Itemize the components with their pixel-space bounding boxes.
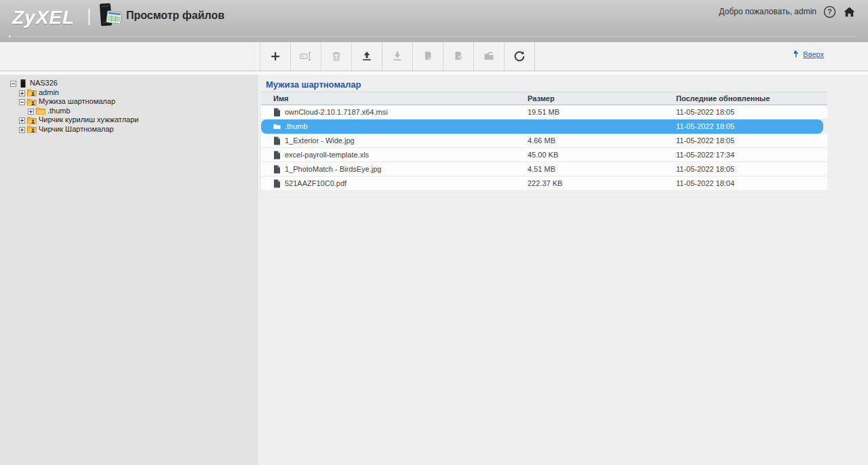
file-icon — [273, 136, 281, 145]
folder-icon — [36, 107, 45, 115]
upload-icon — [360, 50, 374, 63]
share-icon — [482, 50, 496, 63]
file-row[interactable]: 1_PhotoMatch - BirdsEye.jpg4.51 MB11-05-… — [261, 162, 827, 176]
file-name: 1_PhotoMatch - BirdsEye.jpg — [285, 165, 381, 173]
file-name: ownCloud-2.10.1.7187.x64.msi — [285, 108, 388, 116]
tree-item-label: Чирчик курилиш хужжатлари — [39, 115, 138, 124]
file-size: 4.51 MB — [528, 165, 676, 173]
file-updated: 11-05-2022 18:05 — [676, 108, 827, 116]
column-name[interactable]: Имя — [261, 94, 528, 103]
file-table: Имя Размер Последние обновленные ownClou… — [261, 92, 827, 191]
toolbar-move-button — [443, 42, 474, 71]
toolbar-copy-button — [413, 42, 443, 71]
tree-item-label: admin — [39, 88, 59, 97]
file-size: 222.37 KB — [528, 179, 676, 187]
file-row[interactable]: 1_Exterior - Wide.jpg4.66 MB11-05-2022 1… — [261, 134, 827, 148]
file-updated: 11-05-2022 18:05 — [676, 136, 827, 145]
tree-item[interactable]: Чирчик курилиш хужжатлари — [0, 115, 257, 125]
file-icon — [273, 179, 281, 188]
collapse-icon[interactable] — [19, 98, 25, 105]
tree-item[interactable]: Чирчик Шартномалар — [0, 125, 257, 134]
column-size[interactable]: Размер — [528, 94, 676, 103]
home-icon[interactable] — [843, 5, 856, 18]
expand-icon[interactable] — [19, 126, 25, 132]
file-row[interactable]: ownCloud-2.10.1.7187.x64.msi19.51 MB11-0… — [261, 105, 827, 119]
collapse-icon[interactable] — [10, 80, 16, 86]
tree-item-label: NAS326 — [30, 79, 58, 88]
main-panel: Мужиза шартномалар Имя Размер Последние … — [258, 75, 868, 465]
file-name: 1_Exterior - Wide.jpg — [285, 136, 355, 145]
logo-separator: | — [87, 5, 92, 26]
refresh-icon — [513, 50, 526, 63]
tree-item-label: Чирчик Шартномалар — [39, 125, 114, 134]
toolbar-download-button — [382, 42, 413, 71]
file-size: 19.51 MB — [528, 108, 676, 116]
file-table-header: Имя Размер Последние обновленные — [261, 92, 827, 105]
folder-icon — [273, 122, 281, 131]
shared-folder-icon — [27, 125, 37, 133]
sidebar: NAS326adminМужиза шартномалар.thumbЧирчи… — [0, 75, 258, 465]
toolbar: Вверх — [0, 42, 868, 71]
go-up-label: Вверх — [803, 50, 824, 58]
file-row[interactable]: excel-payroll-template.xls45.00 KB11-05-… — [261, 148, 827, 162]
shared-folder-icon — [27, 116, 37, 124]
toolbar-share-button — [474, 42, 505, 71]
file-row[interactable]: .thumb11-05-2022 18:05 — [261, 119, 823, 134]
nas-icon — [18, 79, 28, 88]
header-divider — [15, 36, 856, 37]
tree-item[interactable]: admin — [0, 88, 257, 98]
shared-folder-icon — [27, 88, 37, 96]
go-up-button[interactable]: Вверх — [791, 50, 824, 58]
tree-item-label: Мужиза шартномалар — [39, 97, 115, 106]
file-updated: 11-05-2022 18:05 — [676, 122, 823, 130]
delete-icon — [330, 50, 343, 63]
toolbar-upload-button[interactable] — [352, 42, 382, 71]
file-updated: 11-05-2022 17:34 — [676, 151, 827, 159]
rename-icon — [299, 50, 313, 63]
folder-tree: NAS326adminМужиза шартномалар.thumbЧирчи… — [0, 79, 257, 134]
file-name: excel-payroll-template.xls — [285, 151, 369, 159]
svg-text:?: ? — [827, 7, 831, 16]
file-icon — [273, 151, 281, 160]
page-title: Просмотр файлов — [126, 10, 224, 22]
toolbar-rename-button — [291, 42, 321, 71]
tree-item[interactable]: .thumb — [0, 107, 257, 116]
file-updated: 11-05-2022 18:04 — [676, 179, 827, 187]
file-size: 45.00 KB — [528, 151, 676, 159]
toolbar-add-button[interactable] — [260, 42, 291, 71]
file-icon — [273, 165, 281, 174]
file-name: 521AAZF10C0.pdf — [285, 179, 347, 187]
file-size: 4.66 MB — [528, 136, 676, 145]
file-table-body: ownCloud-2.10.1.7187.x64.msi19.51 MB11-0… — [261, 105, 827, 191]
toolbar-buttons — [260, 42, 535, 71]
file-icon — [273, 108, 281, 117]
copy-icon — [421, 50, 435, 63]
add-icon — [269, 50, 282, 63]
welcome-text: Добро пожаловать, admin — [719, 7, 816, 16]
file-row[interactable]: 521AAZF10C0.pdf222.37 KB11-05-2022 18:04 — [261, 176, 827, 191]
column-updated[interactable]: Последние обновленные — [676, 94, 827, 103]
tree-item-label: .thumb — [47, 107, 71, 115]
file-name: .thumb — [285, 122, 308, 130]
header-dot — [9, 35, 11, 37]
toolbar-refresh-button[interactable] — [505, 42, 535, 71]
app-header: ZyXEL | Просмотр файлов Добро пожаловать… — [0, 0, 868, 42]
tree-item[interactable]: Мужиза шартномалар — [0, 97, 257, 107]
zyxel-logo: ZyXEL — [12, 7, 75, 29]
expand-icon[interactable] — [19, 90, 25, 96]
up-arrow-icon — [791, 50, 800, 58]
expand-icon[interactable] — [19, 117, 25, 123]
help-icon[interactable]: ? — [823, 5, 836, 18]
file-updated: 11-05-2022 18:05 — [676, 165, 827, 173]
toolbar-delete-button — [321, 42, 352, 71]
move-icon — [452, 50, 465, 63]
expand-icon[interactable] — [28, 108, 34, 114]
download-icon — [391, 50, 404, 63]
shared-folder-icon — [27, 98, 37, 106]
tree-item[interactable]: NAS326 — [0, 79, 257, 88]
file-browser-icon — [94, 1, 123, 31]
